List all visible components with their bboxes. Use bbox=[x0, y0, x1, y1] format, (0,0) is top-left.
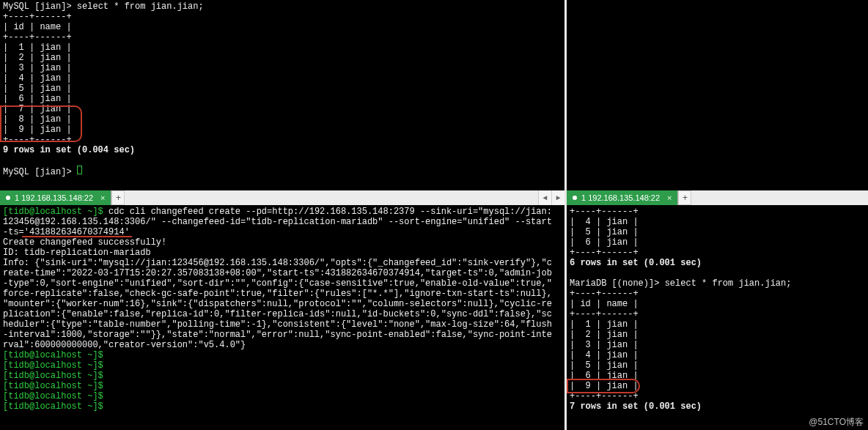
table-row: | 3 | jian | bbox=[3, 63, 562, 73]
table-border: +----+------+ bbox=[570, 391, 865, 401]
tabbar-spacer bbox=[125, 190, 538, 205]
shell-prompt: [tidb@localhost ~]$ bbox=[3, 371, 108, 381]
table-row: | 5 | jian | bbox=[570, 360, 865, 371]
output-line: "mounter":{"worker-num":16},"sink":{"dis… bbox=[3, 299, 562, 309]
table-row: | 5 | jian | bbox=[3, 84, 562, 94]
tabbar-spacer bbox=[691, 190, 868, 205]
output-line: rval":600000000000,"creator-version":"v5… bbox=[3, 340, 562, 350]
output-line: force-replicate":false,"check-gc-safe-po… bbox=[3, 289, 562, 299]
cursor-icon bbox=[77, 166, 82, 174]
shell-prompt: [tidb@localhost ~]$ bbox=[3, 391, 108, 401]
tabbar-left: 1 192.168.135.148:22 × + ◄ ► bbox=[0, 190, 564, 205]
tab-label: 1 192.168.135.148:22 bbox=[581, 193, 660, 202]
output-line: -interval":1000,"storage":""}},"state":"… bbox=[3, 330, 562, 340]
terminal-bottom-right[interactable]: +----+------+ | 4 | jian | | 5 | jian | … bbox=[567, 205, 868, 430]
table-row: | 4 | jian | bbox=[3, 73, 562, 84]
watermark: @51CTO博客 bbox=[809, 416, 864, 429]
table-border: +----+------+ bbox=[3, 12, 562, 22]
output-line: reate-time":"2022-03-17T15:20:27.3570831… bbox=[3, 268, 562, 278]
shell-command: cdc cli changefeed create --pd=http://19… bbox=[108, 207, 552, 217]
table-row: | 6 | jian | bbox=[570, 371, 865, 381]
tab-session[interactable]: 1 192.168.135.148:22 × bbox=[0, 190, 111, 205]
table-border: +----+------+ bbox=[3, 32, 562, 42]
mysql-prompt: MySQL [jian]> bbox=[3, 1, 77, 12]
shell-command: -ts='431882634670374914' bbox=[3, 227, 562, 237]
table-header: | id | name | bbox=[3, 22, 562, 32]
table-row: | 9 | jian | bbox=[3, 125, 562, 135]
output-line: ID: tidb-replication-mariadb bbox=[3, 248, 562, 258]
shell-prompt: [tidb@localhost ~]$ bbox=[3, 360, 108, 371]
table-border: +----+------+ bbox=[570, 207, 865, 217]
add-tab-button[interactable]: + bbox=[678, 190, 691, 205]
add-tab-button[interactable]: + bbox=[111, 190, 125, 205]
table-row: | 8 | jian | bbox=[3, 114, 562, 125]
table-border: +----+------+ bbox=[3, 135, 562, 145]
output-line: -type":0,"sort-engine":"unified","sort-d… bbox=[3, 278, 562, 289]
table-row: | 7 | jian | bbox=[3, 104, 562, 114]
table-row: | 5 | jian | bbox=[570, 227, 865, 237]
plus-icon: + bbox=[683, 193, 688, 203]
tab-scroll-right[interactable]: ► bbox=[551, 190, 564, 205]
shell-command: 123456@192.168.135.148:3306/" --changefe… bbox=[3, 217, 562, 227]
shell-prompt: [tidb@localhost ~]$ bbox=[3, 207, 108, 217]
chevron-left-icon: ◄ bbox=[542, 194, 547, 202]
sql-query: select * from jian.jian; bbox=[77, 1, 204, 12]
status-dot-icon bbox=[6, 196, 10, 200]
output-line: Info: {"sink-uri":"mysql://jian:123456@1… bbox=[3, 258, 562, 268]
table-row: | 4 | jian | bbox=[570, 350, 865, 360]
status-dot-icon bbox=[573, 196, 577, 200]
output-line: heduler":{"type":"table-number","polling… bbox=[3, 319, 562, 330]
mariadb-prompt: MariaDB [(none)]> bbox=[570, 278, 665, 289]
output-line: Create changefeed successfully! bbox=[3, 237, 562, 248]
result-footer: 7 rows in set (0.001 sec) bbox=[570, 401, 865, 412]
table-border: +----+------+ bbox=[570, 248, 865, 258]
table-border: +----+------+ bbox=[570, 309, 865, 319]
sql-query: select * from jian.jian; bbox=[665, 278, 792, 289]
result-footer: 6 rows in set (0.001 sec) bbox=[570, 258, 865, 268]
table-row: | 1 | jian | bbox=[3, 42, 562, 53]
close-icon[interactable]: × bbox=[100, 193, 105, 202]
terminal-top-right[interactable] bbox=[567, 0, 868, 190]
tab-scroll-left[interactable]: ◄ bbox=[538, 190, 551, 205]
table-row: | 6 | jian | bbox=[570, 237, 865, 248]
table-row: | 3 | jian | bbox=[570, 340, 865, 350]
shell-prompt: [tidb@localhost ~]$ bbox=[3, 401, 108, 412]
table-row: | 6 | jian | bbox=[3, 94, 562, 104]
table-row: | 4 | jian | bbox=[570, 217, 865, 227]
shell-prompt: [tidb@localhost ~]$ bbox=[3, 350, 108, 360]
table-row: | 2 | jian | bbox=[3, 53, 562, 63]
table-row: | 1 | jian | bbox=[570, 319, 865, 330]
mysql-prompt: MySQL [jian]> bbox=[3, 167, 77, 177]
table-row: | 9 | jian | bbox=[570, 381, 865, 391]
tabbar-right: 1 192.168.135.148:22 × + bbox=[567, 190, 868, 205]
output-line: plication":{"enable":false,"replica-id":… bbox=[3, 309, 562, 319]
tab-session[interactable]: 1 192.168.135.148:22 × bbox=[567, 190, 678, 205]
table-border: +----+------+ bbox=[570, 289, 865, 299]
chevron-right-icon: ► bbox=[556, 194, 560, 202]
terminal-top-left[interactable]: MySQL [jian]> select * from jian.jian; +… bbox=[0, 0, 564, 190]
table-row: | 2 | jian | bbox=[570, 330, 865, 340]
close-icon[interactable]: × bbox=[667, 193, 672, 202]
result-footer: 9 rows in set (0.004 sec) bbox=[3, 145, 562, 155]
terminal-bottom-left[interactable]: [tidb@localhost ~]$ cdc cli changefeed c… bbox=[0, 205, 564, 430]
tab-label: 1 192.168.135.148:22 bbox=[15, 193, 93, 202]
table-header: | id | name | bbox=[570, 299, 865, 309]
plus-icon: + bbox=[116, 193, 121, 203]
shell-prompt: [tidb@localhost ~]$ bbox=[3, 381, 108, 391]
